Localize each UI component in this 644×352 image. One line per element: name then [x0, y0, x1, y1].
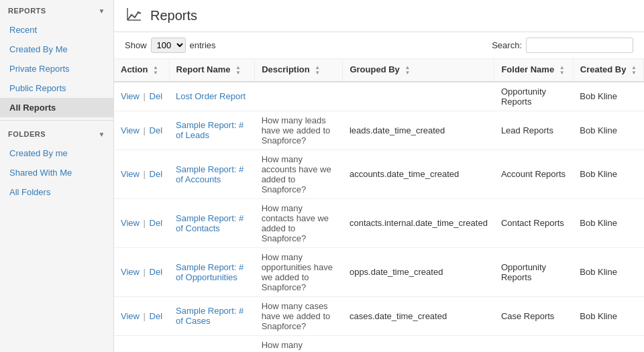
report-name-link-4[interactable]: Sample Report: # of Opportunities: [176, 262, 244, 282]
folder-name-cell-2: Account Reports: [494, 150, 573, 198]
del-link-0[interactable]: Del: [150, 91, 163, 101]
report-name-link-2[interactable]: Sample Report: # of Accounts: [176, 164, 244, 184]
sort-icon-description: ▲▼: [315, 65, 320, 76]
sort-icon-created-by: ▲▼: [631, 65, 637, 76]
show-entries-area: Show 102550100 entries: [125, 38, 216, 53]
table-row: View | DelSample Report: # of AccountsHo…: [114, 150, 644, 198]
reports-section-header[interactable]: REPORTS ▼: [0, 0, 113, 20]
report-name-link-5[interactable]: Sample Report: # of Cases: [176, 306, 244, 326]
sidebar-item-created-by-me[interactable]: Created By Me: [0, 40, 113, 59]
table-header: Action ▲▼Report Name ▲▼Description ▲▼Gro…: [114, 59, 644, 82]
description-cell-4: How many opportunities have we added to …: [255, 247, 343, 296]
folder-name-cell-3: Contact Reports: [494, 198, 573, 247]
action-cell-0: View | Del: [114, 82, 169, 111]
grouped-by-cell-1: leads.date_time_created: [343, 111, 494, 150]
col-header-folder-name[interactable]: Folder Name ▲▼: [494, 59, 573, 82]
description-cell-1: How many leads have we added to Snapforc…: [255, 111, 343, 150]
grouped-by-cell-2: accounts.date_time_created: [343, 150, 494, 198]
action-sep-4: |: [141, 267, 148, 277]
report-name-link-6[interactable]: Sample Report: # of Solutions: [176, 350, 244, 352]
description-cell-0: [255, 82, 343, 111]
table-row: View | DelSample Report: # of Opportunit…: [114, 247, 644, 296]
search-input[interactable]: [526, 38, 633, 53]
sidebar-folder-item-all-folders[interactable]: All Folders: [0, 182, 113, 202]
entries-select[interactable]: 102550100: [151, 38, 186, 53]
sidebar-item-all-reports[interactable]: All Reports: [0, 98, 113, 117]
action-cell-4: View | Del: [114, 247, 169, 296]
action-sep-2: |: [141, 169, 148, 179]
sidebar-folder-item-created-by-me-folder[interactable]: Created By me: [0, 143, 113, 163]
sort-icon-report-name: ▲▼: [235, 65, 241, 76]
table-body: View | DelLost Order ReportOpportunity R…: [114, 82, 644, 352]
sort-icon-action: ▲▼: [153, 65, 158, 76]
reports-icon: [125, 5, 144, 26]
action-cell-3: View | Del: [114, 198, 169, 247]
table-row: View | DelSample Report: # of SolutionsH…: [114, 335, 644, 352]
created-by-cell-0: Bob Kline: [573, 82, 643, 111]
del-link-2[interactable]: Del: [150, 169, 163, 179]
page-header: Reports: [114, 0, 644, 32]
main-content: Reports Show 102550100 entries Search: A…: [114, 0, 644, 352]
folder-name-cell-1: Lead Reports: [494, 111, 573, 150]
col-header-action[interactable]: Action ▲▼: [114, 59, 169, 82]
view-link-4[interactable]: View: [121, 267, 140, 277]
col-header-description[interactable]: Description ▲▼: [255, 59, 343, 82]
view-link-1[interactable]: View: [121, 125, 140, 135]
sidebar-item-private-reports[interactable]: Private Reports: [0, 59, 113, 78]
report-name-cell-5: Sample Report: # of Cases: [169, 296, 255, 335]
view-link-0[interactable]: View: [121, 91, 140, 101]
view-link-2[interactable]: View: [121, 169, 140, 179]
folders-section-header[interactable]: FOLDERS ▼: [0, 123, 113, 143]
action-sep-3: |: [141, 218, 148, 228]
report-name-link-3[interactable]: Sample Report: # of Contacts: [176, 213, 244, 233]
created-by-cell-5: Bob Kline: [573, 296, 643, 335]
page-title: Reports: [150, 8, 197, 23]
description-cell-5: How many cases have we added to Snapforc…: [255, 296, 343, 335]
created-by-cell-1: Bob Kline: [573, 111, 643, 150]
grouped-by-cell-6: solutions.date_time_created: [343, 335, 494, 352]
search-label: Search:: [492, 40, 522, 50]
reports-table: Action ▲▼Report Name ▲▼Description ▲▼Gro…: [114, 59, 644, 352]
report-name-link-0[interactable]: Lost Order Report: [176, 91, 246, 101]
table-row: View | DelSample Report: # of ContactsHo…: [114, 198, 644, 247]
del-link-4[interactable]: Del: [150, 267, 163, 277]
report-name-cell-1: Sample Report: # of Leads: [169, 111, 255, 150]
toolbar: Show 102550100 entries Search:: [114, 32, 644, 59]
reports-section-label: REPORTS: [8, 7, 46, 15]
report-name-cell-0: Lost Order Report: [169, 82, 255, 111]
show-label: Show: [125, 40, 147, 50]
grouped-by-cell-5: cases.date_time_created: [343, 296, 494, 335]
sidebar-item-recent[interactable]: Recent: [0, 20, 113, 40]
created-by-cell-2: Bob Kline: [573, 150, 643, 198]
col-header-report-name[interactable]: Report Name ▲▼: [169, 59, 255, 82]
entries-label: entries: [190, 40, 216, 50]
view-link-3[interactable]: View: [121, 218, 140, 228]
folder-name-cell-4: Opportunity Reports: [494, 247, 573, 296]
col-header-created-by[interactable]: Created By ▲▼: [573, 59, 643, 82]
grouped-by-cell-0: [343, 82, 494, 111]
table-container: Action ▲▼Report Name ▲▼Description ▲▼Gro…: [114, 59, 644, 352]
action-sep-1: |: [141, 125, 148, 135]
description-cell-2: How many accounts have we added to Snapf…: [255, 150, 343, 198]
folder-name-cell-0: Opportunity Reports: [494, 82, 573, 111]
folders-section-label: FOLDERS: [8, 130, 46, 138]
report-name-cell-2: Sample Report: # of Accounts: [169, 150, 255, 198]
grouped-by-cell-4: opps.date_time_created: [343, 247, 494, 296]
sidebar: REPORTS ▼ RecentCreated By MePrivate Rep…: [0, 0, 114, 352]
sidebar-folder-item-shared-with-me[interactable]: Shared With Me: [0, 163, 113, 182]
action-sep-5: |: [141, 311, 148, 321]
view-link-5[interactable]: View: [121, 311, 140, 321]
table-row: View | DelSample Report: # of CasesHow m…: [114, 296, 644, 335]
col-header-grouped-by[interactable]: Grouped By ▲▼: [343, 59, 494, 82]
report-name-cell-4: Sample Report: # of Opportunities: [169, 247, 255, 296]
sidebar-divider: [0, 120, 113, 121]
del-link-3[interactable]: Del: [150, 218, 163, 228]
del-link-1[interactable]: Del: [150, 125, 163, 135]
folders-chevron-icon: ▼: [99, 131, 105, 138]
reports-chevron-icon: ▼: [99, 7, 105, 15]
report-name-link-1[interactable]: Sample Report: # of Leads: [176, 120, 244, 140]
del-link-5[interactable]: Del: [150, 311, 163, 321]
created-by-cell-6: Bob Kline: [573, 335, 643, 352]
action-cell-5: View | Del: [114, 296, 169, 335]
sidebar-item-public-reports[interactable]: Public Reports: [0, 78, 113, 98]
